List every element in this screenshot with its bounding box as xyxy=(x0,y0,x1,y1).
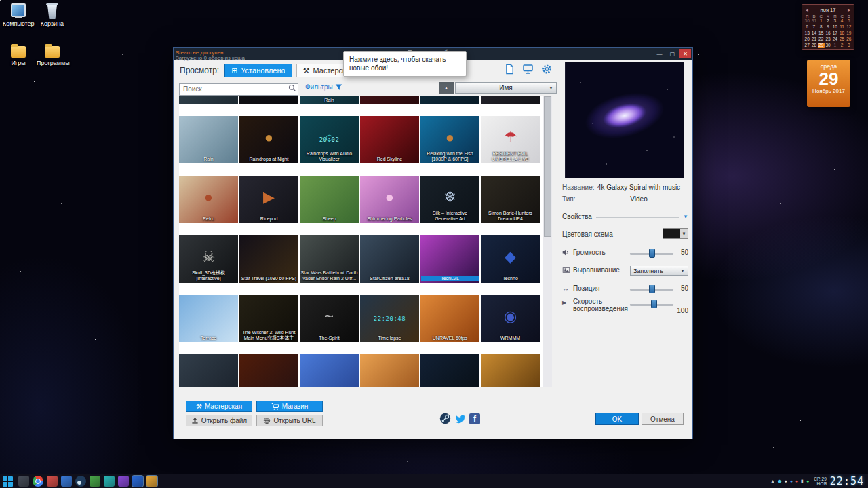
calendar-day[interactable]: 23 xyxy=(825,37,831,42)
calendar-day[interactable]: 1 xyxy=(818,18,825,24)
wallpaper-thumbnail[interactable]: StarCitizen-area18 xyxy=(360,235,419,283)
properties-collapse-icon[interactable]: ▼ xyxy=(683,214,688,220)
steam-social-icon[interactable] xyxy=(439,413,451,424)
calendar-day[interactable]: 21 xyxy=(810,37,817,42)
open-file-button[interactable]: Открыть файл xyxy=(186,415,252,426)
minimize-button[interactable]: — xyxy=(654,49,665,58)
calendar-day[interactable]: 22 xyxy=(818,37,825,42)
calendar-day[interactable]: 3 xyxy=(846,43,852,48)
tray-icon-6[interactable]: ▮ xyxy=(801,478,804,485)
cancel-button[interactable]: Отмена xyxy=(642,413,684,425)
tray-icon-1[interactable]: ▲ xyxy=(770,478,775,485)
calendar-day[interactable]: 8 xyxy=(818,24,825,30)
wallpaper-thumbnail[interactable] xyxy=(420,354,479,387)
wallpaper-thumbnail[interactable]: Terrace xyxy=(179,295,238,342)
calendar-day[interactable]: 26 xyxy=(846,37,852,42)
wallpaper-thumbnail[interactable]: Star Travel (1080 60 FPS) xyxy=(239,235,298,283)
wallpaper-thumbnail[interactable] xyxy=(179,96,238,104)
calendar-day[interactable]: 19 xyxy=(846,30,852,36)
maximize-button[interactable]: ▢ xyxy=(667,49,678,58)
wallpaper-thumbnail[interactable]: ●Relaxing with the Fish [1080P & 60FPS] xyxy=(420,116,479,163)
calendar-next-icon[interactable]: ► xyxy=(847,8,851,12)
calendar-day[interactable]: 3 xyxy=(831,18,838,24)
wallpaper-thumbnail[interactable]: Rain xyxy=(179,116,238,163)
wallpaper-thumbnail[interactable]: Red Skyline xyxy=(360,116,419,163)
calendar-day[interactable]: 16 xyxy=(825,30,831,36)
system-monitor-icon[interactable] xyxy=(18,476,29,487)
open-url-button[interactable]: Открыть URL xyxy=(256,415,323,426)
ok-button[interactable]: OK xyxy=(595,413,639,425)
playback-speed-slider[interactable] xyxy=(630,299,673,310)
grid-scrollbar[interactable] xyxy=(543,96,552,387)
workshop-button[interactable]: ⚒ Мастерская xyxy=(186,401,252,412)
calendar-day[interactable]: 30 xyxy=(825,43,831,48)
calendar-day[interactable]: 2 xyxy=(838,43,845,48)
calendar-day[interactable]: 29 xyxy=(818,43,825,48)
wallpaper-thumbnail[interactable] xyxy=(481,96,540,104)
calendar-day[interactable]: 20 xyxy=(804,37,810,42)
wallpaper-thumbnail[interactable]: ●Shimmering Particles xyxy=(360,176,419,223)
wallpaper-thumbnail[interactable]: ☠Skull_3D枪械模 [Interactive] xyxy=(179,235,238,283)
wallpaper-thumbnail[interactable] xyxy=(239,354,298,387)
wallpaper-engine-icon[interactable] xyxy=(132,476,143,487)
wallpaper-thumbnail[interactable]: ◆Techno xyxy=(481,235,540,283)
desktop-icon-computer[interactable]: Компьютер xyxy=(3,3,34,27)
wallpaper-thumbnail[interactable]: UNRAVEL 60fps xyxy=(420,295,479,342)
wallpaper-thumbnail[interactable]: ●Raindrops at Night xyxy=(239,116,298,163)
wallpaper-thumbnail[interactable]: ◉WRMMM xyxy=(481,295,540,342)
gear-icon[interactable] xyxy=(541,64,553,75)
open-file-icon[interactable] xyxy=(505,64,515,75)
search-input[interactable] xyxy=(179,83,298,96)
wallpaper-thumbnail[interactable] xyxy=(420,96,479,104)
filters-button[interactable]: Фильтры xyxy=(305,83,342,91)
chrome-icon[interactable] xyxy=(33,476,43,487)
wallpaper-thumbnail[interactable] xyxy=(239,96,298,104)
calendar-day[interactable]: 24 xyxy=(831,37,838,42)
tray-icon-7[interactable]: ● xyxy=(806,478,809,485)
calendar-day[interactable]: 1 xyxy=(831,43,838,48)
facebook-icon[interactable]: f xyxy=(469,413,480,424)
slider-thumb[interactable] xyxy=(651,300,657,308)
calendar-day[interactable]: 7 xyxy=(810,24,817,30)
app-purple-icon[interactable] xyxy=(118,476,129,487)
wallpaper-thumbnail[interactable]: ●Retro xyxy=(179,176,238,223)
calendar-day[interactable]: 18 xyxy=(838,30,845,36)
color-scheme-swatch[interactable] xyxy=(663,228,688,239)
calendar-day[interactable]: 11 xyxy=(838,24,845,30)
wallpaper-thumbnail[interactable]: The Witcher 3: Wild Hunt Main Menu究极3本体主 xyxy=(239,295,298,342)
sort-dropdown[interactable]: Имя ▼ xyxy=(455,82,557,94)
calendar-day[interactable]: 2 xyxy=(825,18,831,24)
tray-icon-5[interactable]: ● xyxy=(795,478,798,485)
calendar-day[interactable]: 10 xyxy=(831,24,838,30)
tray-icon-3[interactable]: ● xyxy=(784,478,787,485)
start-button[interactable] xyxy=(3,476,13,487)
wallpaper-thumbnail[interactable]: Simon Barle-Hunters Dream UE4 xyxy=(481,176,540,223)
calendar-day[interactable]: 12 xyxy=(846,24,852,30)
calendar-day[interactable]: 31 xyxy=(810,18,817,24)
tab-installed[interactable]: ⊞ Установлено xyxy=(224,64,292,77)
calendar-day[interactable]: 5 xyxy=(846,18,852,24)
browser-icon[interactable] xyxy=(61,476,72,487)
calendar-day[interactable]: 15 xyxy=(818,30,825,36)
wallpaper-thumbnail[interactable]: Sheep xyxy=(300,176,359,223)
calendar-day[interactable]: 13 xyxy=(804,30,810,36)
calendar-day[interactable]: 30 xyxy=(804,18,810,24)
wallpaper-thumbnail[interactable]: ○20:02Raindrops With Audio Visualizer xyxy=(300,116,359,163)
slider-thumb[interactable] xyxy=(649,285,655,293)
slider-thumb[interactable] xyxy=(649,249,655,258)
wallpaper-thumbnail[interactable] xyxy=(360,354,419,387)
calendar-day[interactable]: 4 xyxy=(838,18,845,24)
scrollbar-thumb[interactable] xyxy=(544,96,551,237)
wallpaper-thumbnail[interactable]: 22:20:48Time lapse xyxy=(360,295,419,342)
app-green-icon[interactable] xyxy=(90,476,100,487)
wallpaper-thumbnail[interactable]: TechLVL xyxy=(420,235,479,283)
wallpaper-thumbnail[interactable]: Star Wars Battlefront Darth Vader Endor … xyxy=(300,235,359,283)
explorer-icon[interactable] xyxy=(146,476,157,487)
wallpaper-thumbnail[interactable]: ~The-Spirit xyxy=(300,295,359,342)
calendar-day[interactable]: 28 xyxy=(810,43,817,48)
calendar-day[interactable]: 27 xyxy=(804,43,810,48)
store-button[interactable]: Магазин xyxy=(256,401,323,412)
tray-icon-4[interactable]: ● xyxy=(790,478,793,485)
wallpaper-thumbnail[interactable]: Rain xyxy=(300,96,359,104)
close-button[interactable]: ✕ xyxy=(679,49,691,58)
